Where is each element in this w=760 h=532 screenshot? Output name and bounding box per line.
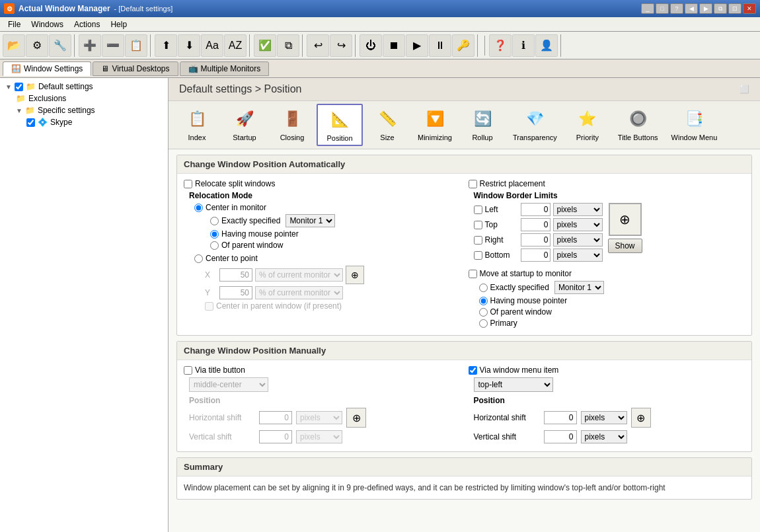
- resize-btn[interactable]: ⊡: [728, 3, 741, 14]
- restrict-placement-checkbox[interactable]: [469, 180, 477, 188]
- restore-btn[interactable]: ⧉: [714, 3, 727, 14]
- menu-actions[interactable]: Actions: [69, 19, 105, 30]
- sidebar-item-default-settings[interactable]: ▼ 📁 Default settings: [3, 81, 165, 93]
- tab-icon-rollup[interactable]: 🔄 Rollup: [459, 104, 506, 146]
- toolbar-info[interactable]: ℹ: [512, 34, 535, 57]
- menu-help[interactable]: Help: [105, 19, 132, 30]
- maximize-btn[interactable]: □: [656, 3, 669, 14]
- default-settings-check[interactable]: [15, 83, 23, 91]
- x-unit-select[interactable]: % of current monitor: [255, 268, 343, 282]
- toolbar-check[interactable]: ✅: [254, 34, 276, 57]
- tab-multiple-monitors[interactable]: 📺 Multiple Monitors: [180, 61, 270, 76]
- show-visual-btn[interactable]: ⊕: [609, 203, 642, 236]
- center-parent-checkbox[interactable]: [205, 302, 213, 311]
- monitor-select[interactable]: Monitor 1: [285, 214, 335, 227]
- move-startup-checkbox[interactable]: [469, 270, 477, 278]
- toolbar-copy[interactable]: 📋: [125, 34, 147, 57]
- border-bottom-check[interactable]: [474, 251, 482, 260]
- border-top-unit[interactable]: pixels: [553, 218, 603, 231]
- tab-icon-transparency[interactable]: 💎 Transparency: [507, 104, 563, 146]
- y-input[interactable]: [219, 286, 252, 299]
- border-left-check[interactable]: [474, 206, 482, 214]
- tab-icon-startup[interactable]: 🚀 Startup: [221, 104, 268, 146]
- menu-hshift-unit[interactable]: pixels: [581, 411, 627, 424]
- startup-primary-radio[interactable]: [479, 319, 488, 328]
- menu-hshift-input[interactable]: [544, 411, 577, 424]
- sidebar-item-skype[interactable]: 💠 Skype: [3, 116, 165, 128]
- toolbar-pause[interactable]: ⏸: [429, 34, 451, 57]
- prev-btn[interactable]: ◀: [685, 3, 698, 14]
- toolbar-up[interactable]: ⬆: [155, 34, 177, 57]
- toolbar-config[interactable]: 🔧: [49, 34, 71, 57]
- y-unit-select[interactable]: % of current monitor: [255, 286, 343, 299]
- via-menu-checkbox[interactable]: [469, 366, 477, 375]
- toolbar-add[interactable]: ➕: [79, 34, 101, 57]
- tab-icon-title-buttons[interactable]: 🔘 Title Buttons: [612, 104, 664, 146]
- toolbar-tool[interactable]: 🔑: [452, 34, 475, 57]
- relocate-split-checkbox[interactable]: [184, 180, 192, 188]
- border-top-check[interactable]: [474, 221, 482, 229]
- toolbar-remove[interactable]: ➖: [102, 34, 124, 57]
- sidebar-item-specific[interactable]: ▼ 📁 Specific settings: [3, 104, 165, 116]
- menu-crosshair-btn[interactable]: ⊕: [631, 408, 651, 428]
- border-left-unit[interactable]: pixels: [553, 203, 603, 216]
- title-hshift-unit[interactable]: pixels: [296, 411, 342, 424]
- toolbar-play[interactable]: ▶: [406, 34, 428, 57]
- toolbar-text1[interactable]: Aa: [201, 34, 223, 57]
- menu-vshift-unit[interactable]: pixels: [581, 430, 627, 443]
- title-hshift-input[interactable]: [259, 411, 292, 424]
- close-btn[interactable]: ✕: [743, 3, 756, 14]
- toolbar-open[interactable]: 📂: [3, 34, 25, 57]
- border-right-check[interactable]: [474, 236, 482, 245]
- radio-exactly-input[interactable]: [210, 217, 219, 225]
- startup-mouse-radio[interactable]: [479, 297, 488, 305]
- sidebar-item-exclusions[interactable]: 📁 Exclusions: [3, 93, 165, 104]
- toolbar-redo[interactable]: ↪: [330, 34, 352, 57]
- border-left-input[interactable]: [521, 203, 551, 216]
- tab-window-settings[interactable]: 🪟 Window Settings: [3, 61, 91, 76]
- toolbar-help[interactable]: ❓: [489, 34, 512, 57]
- border-bottom-input[interactable]: [521, 248, 551, 262]
- tab-virtual-desktops[interactable]: 🖥 Virtual Desktops: [93, 61, 178, 76]
- toolbar-text2[interactable]: AZ: [224, 34, 247, 57]
- menu-vshift-input[interactable]: [544, 430, 577, 443]
- border-top-input[interactable]: [521, 218, 551, 231]
- radio-mouse-input[interactable]: [210, 230, 219, 239]
- title-position-select[interactable]: middle-center: [189, 377, 268, 392]
- startup-parent-radio[interactable]: [479, 308, 488, 317]
- radio-center-monitor-input[interactable]: [194, 204, 203, 212]
- tab-icon-size[interactable]: 📏 Size: [364, 104, 410, 146]
- tab-icon-closing[interactable]: 🚪 Closing: [269, 104, 315, 146]
- toolbar-settings[interactable]: ⚙: [26, 34, 48, 57]
- border-right-unit[interactable]: pixels: [553, 233, 603, 247]
- menu-file[interactable]: File: [3, 19, 26, 30]
- toolbar-power[interactable]: ⏻: [360, 34, 382, 57]
- minimize-btn[interactable]: _: [641, 3, 654, 14]
- tab-icon-minimizing[interactable]: 🔽 Minimizing: [412, 104, 458, 146]
- title-vshift-input[interactable]: [259, 430, 292, 443]
- border-right-input[interactable]: [521, 233, 551, 247]
- tab-icon-window-menu[interactable]: 📑 Window Menu: [665, 104, 724, 146]
- title-vshift-unit[interactable]: pixels: [296, 430, 342, 443]
- tab-icon-index[interactable]: 📋 Index: [174, 104, 220, 146]
- menu-windows[interactable]: Windows: [26, 19, 69, 30]
- toolbar-stop[interactable]: ⏹: [383, 34, 405, 57]
- skype-check[interactable]: [26, 118, 35, 127]
- toolbar-down[interactable]: ⬇: [178, 34, 200, 57]
- startup-monitor-select[interactable]: Monitor 1: [554, 281, 604, 294]
- help-btn[interactable]: ?: [670, 3, 683, 14]
- tab-icon-priority[interactable]: ⭐ Priority: [564, 104, 611, 146]
- tab-icon-position[interactable]: 📐 Position: [317, 104, 363, 146]
- via-title-checkbox[interactable]: [184, 366, 192, 375]
- toolbar-undo[interactable]: ↩: [307, 34, 329, 57]
- border-bottom-unit[interactable]: pixels: [553, 248, 603, 262]
- show-btn[interactable]: Show: [608, 239, 642, 253]
- crosshair-btn[interactable]: ⊕: [346, 266, 364, 284]
- toolbar-about[interactable]: 👤: [535, 34, 558, 57]
- radio-center-point-input[interactable]: [194, 254, 203, 263]
- maximize-content-icon[interactable]: ⬜: [740, 85, 749, 94]
- menu-position-select[interactable]: top-left top-right bottom-left bottom-ri…: [474, 377, 553, 392]
- x-input[interactable]: [219, 268, 252, 282]
- title-crosshair-btn[interactable]: ⊕: [346, 408, 366, 428]
- toolbar-multi[interactable]: ⧉: [277, 34, 299, 57]
